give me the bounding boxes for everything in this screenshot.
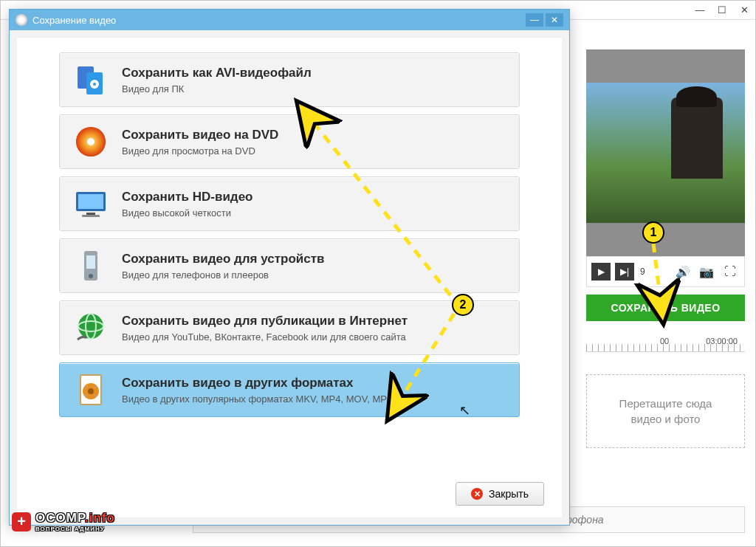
svg-rect-12 [86,255,95,269]
svg-point-21 [94,385,97,388]
svg-point-22 [85,394,88,397]
option-save-web[interactable]: Сохранить видео для публикации в Интерне… [59,300,520,355]
option-save-avi[interactable]: Сохранить как AVI-видеофайл Видео для ПК [59,52,520,107]
save-video-button[interactable]: СОХРАНИТЬ ВИДЕО [586,295,745,321]
time-display: 9 [640,266,645,277]
svg-rect-9 [86,213,95,215]
option-subtitle: Видео для YouTube, ВКонтакте, Facebook и… [122,331,408,343]
option-save-devices[interactable]: Сохранить видео для устройств Видео для … [59,238,520,293]
snapshot-icon[interactable]: 📷 [697,263,716,281]
option-save-dvd[interactable]: Сохранить видео на DVD Видео для просмот… [59,114,520,169]
dialog-close-button[interactable]: ✕ Закрыть [456,482,544,506]
dialog-icon [16,14,27,26]
dialog-title: Сохранение видео [32,15,116,26]
option-subtitle: Видео для телефонов и плееров [122,269,325,281]
option-title: Сохранить видео на DVD [122,128,278,142]
svg-point-3 [93,83,96,86]
preview-panel: ▶ ▶| 9 🔊 📷 ⛶ СОХРАНИТЬ ВИДЕО 00 03:00:00… [586,49,745,448]
svg-point-23 [94,394,97,397]
close-icon: ✕ [471,488,483,500]
file-formats-icon [73,372,109,407]
watermark-text: OCOMP.info ВОПРОСЫ АДМИНУ [35,511,115,532]
option-subtitle: Видео для ПК [122,83,312,94]
dialog-footer: ✕ Закрыть [456,482,544,506]
svg-rect-10 [82,215,100,217]
media-dropzone[interactable]: Перетащите сюда видео и фото [586,374,745,448]
dvd-disc-icon [73,124,109,159]
dialog-body: Сохранить как AVI-видеофайл Видео для ПК… [10,30,569,525]
close-button-label: Закрыть [489,488,529,500]
video-frame [586,83,745,223]
option-save-hd[interactable]: Сохранить HD-видео Видео высокой четкост… [59,176,520,231]
timeline-ruler[interactable]: 00 03:00:00 [586,330,745,352]
option-title: Сохранить видео для публикации в Интерне… [122,314,408,328]
dropzone-text: видео и фото [594,411,737,427]
dialog-minimize-button[interactable]: — [526,13,543,27]
preview-toolbar: ▶ ▶| 9 🔊 📷 ⛶ [586,256,745,287]
globe-icon [73,310,109,345]
hd-monitor-icon [73,186,109,221]
option-subtitle: Видео для просмотра на DVD [122,145,278,156]
save-video-dialog: Сохранение видео — ✕ Сохранить как AVI-в… [9,9,570,526]
option-title: Сохранить как AVI-видеофайл [122,66,312,80]
next-button[interactable]: ▶| [615,263,634,281]
volume-icon[interactable]: 🔊 [673,263,693,281]
watermark-plus-icon: + [12,512,31,531]
preview-padding-top [586,49,745,83]
option-subtitle: Видео в других популярных форматах MKV, … [122,393,419,405]
play-button[interactable]: ▶ [591,263,611,281]
svg-point-19 [88,388,94,394]
option-title: Сохранить видео в других форматах [122,376,419,391]
main-close-button[interactable]: ✕ [735,3,754,18]
svg-point-20 [85,385,88,388]
annotation-badge-2: 2 [452,294,474,316]
svg-point-14 [78,314,103,339]
watermark: + OCOMP.info ВОПРОСЫ АДМИНУ [12,511,115,532]
ruler-tick: 00 [660,337,669,345]
dialog-close-icon[interactable]: ✕ [546,13,563,27]
svg-point-13 [89,274,93,278]
option-save-other-formats[interactable]: Сохранить видео в других форматах Видео … [59,362,520,417]
mobile-device-icon [73,248,109,283]
annotation-badge-1: 1 [642,221,664,244]
cursor-icon: ↖ [459,402,470,419]
fullscreen-icon[interactable]: ⛶ [721,263,740,281]
svg-point-6 [87,138,94,145]
ruler-tick: 03:00:00 [706,337,738,345]
avi-file-icon [73,62,109,97]
option-title: Сохранить HD-видео [122,190,253,204]
main-maximize-button[interactable]: ☐ [712,3,732,18]
svg-rect-8 [78,194,103,209]
option-title: Сохранить видео для устройств [122,252,325,266]
dropzone-text: Перетащите сюда [594,396,737,411]
main-minimize-button[interactable]: — [690,3,709,18]
video-preview [586,49,745,256]
preview-padding-bottom [586,223,745,256]
dialog-titlebar: Сохранение видео — ✕ [10,10,569,30]
option-subtitle: Видео высокой четкости [122,207,253,219]
